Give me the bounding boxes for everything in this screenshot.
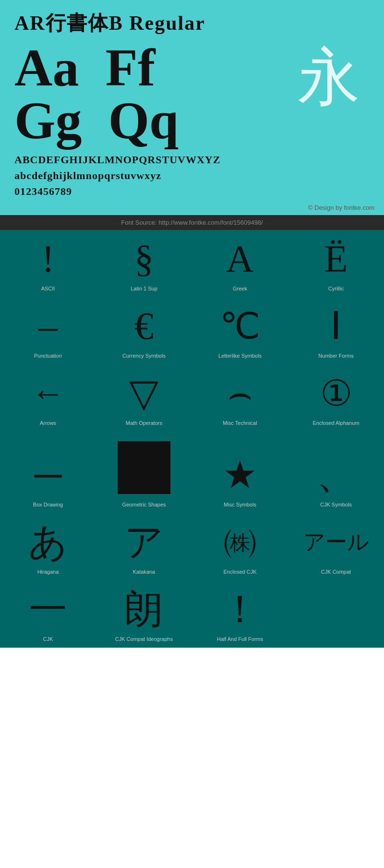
glyph-symbol: ①: [320, 369, 352, 417]
glyph-symbol: Α: [226, 235, 254, 283]
large-chars-row2: Gg Qq: [14, 94, 179, 147]
credit-section: © Design by fontke.com: [0, 202, 384, 215]
glyph-cell: §Latin 1 Sup: [96, 230, 192, 297]
glyph-symbol: 、: [317, 451, 355, 499]
glyph-cell: 一CJK: [0, 580, 96, 648]
glyph-symbol: アール: [303, 518, 369, 566]
glyph-cell: アKatakana: [96, 513, 192, 580]
source-bar: Font Source: http://www.fontke.com/font/…: [0, 215, 384, 230]
glyph-symbol: Ⅰ: [330, 302, 342, 350]
glyph-cell: ⅠNumber Forms: [288, 297, 384, 364]
glyph-cell: あHiragana: [0, 513, 96, 580]
glyph-cell: ⌢Misc Technical: [192, 364, 288, 432]
glyph-cell: ▽Math Operators: [96, 364, 192, 432]
glyph-cell: !ASCII: [0, 230, 96, 297]
glyph-label: Box Drawing: [33, 502, 63, 507]
glyph-symbol: ℃: [220, 302, 260, 350]
glyph-symbol: ㈱: [223, 518, 257, 566]
glyph-label: Currency Symbols: [122, 353, 166, 359]
large-chars: Aa Ff Gg Qq 永: [14, 41, 370, 147]
glyph-symbol: !: [42, 235, 55, 283]
glyph-symbol: –: [38, 302, 58, 350]
glyph-symbol: ⌢: [228, 369, 253, 417]
glyph-cell: ËCyrillic: [288, 230, 384, 297]
alphabet-section: ABCDEFGHIJKLMNOPQRSTUVWXYZ abcdefghijklm…: [0, 147, 384, 202]
large-chars-row1: Aa Ff: [14, 41, 179, 94]
alphabet-upper: ABCDEFGHIJKLMNOPQRSTUVWXYZ: [14, 152, 370, 168]
glyph-symbol: ─: [35, 451, 62, 499]
glyph-cell: €Currency Symbols: [96, 297, 192, 364]
glyph-grid: !ASCII§Latin 1 SupΑGreekËCyrillic–Punctu…: [0, 230, 384, 648]
glyph-label: Enclosed Alphanum: [312, 420, 359, 426]
glyph-symbol: 朗: [125, 585, 163, 633]
glyph-cell: ΑGreek: [192, 230, 288, 297]
glyph-cell: アールCJK Compat: [288, 513, 384, 580]
glyph-label: Punctuation: [34, 353, 62, 359]
glyph-symbol: §: [134, 235, 154, 283]
glyph-label: Half And Full Forms: [217, 636, 264, 642]
glyph-cell: ！Half And Full Forms: [192, 580, 288, 648]
glyph-label: Enclosed CJK: [223, 569, 256, 575]
glyph-label: Greek: [233, 286, 247, 291]
glyph-cell: ℃Letterlike Symbols: [192, 297, 288, 364]
kanji-watermark: 永: [298, 46, 360, 108]
glyph-label: CJK: [43, 636, 53, 642]
credit-text: © Design by fontke.com: [308, 204, 374, 211]
glyph-label: ASCII: [41, 286, 55, 291]
glyph-label: Latin 1 Sup: [131, 286, 157, 291]
glyph-symbol: 一: [29, 585, 67, 633]
glyph-cell: –Punctuation: [0, 297, 96, 364]
glyph-label: Katakana: [133, 569, 155, 575]
glyph-symbol: €: [134, 302, 154, 350]
large-latin-chars: Aa Ff Gg Qq: [14, 41, 179, 147]
glyph-symbol: ▽: [129, 369, 159, 417]
header-section: AR行書体B Regular Aa Ff Gg Qq 永: [0, 0, 384, 147]
glyph-symbol: Ë: [324, 235, 348, 283]
glyph-label: Math Operators: [126, 420, 162, 426]
glyph-label: Hiragana: [37, 569, 59, 575]
glyph-cell: [288, 580, 384, 648]
glyph-label: Cyrillic: [328, 286, 344, 291]
glyph-label: Letterlike Symbols: [218, 353, 262, 359]
glyph-symbol: ←: [31, 369, 65, 417]
digits: 0123456789: [14, 183, 370, 199]
glyph-cell: ①Enclosed Alphanum: [288, 364, 384, 432]
glyph-label: CJK Compat: [321, 569, 351, 575]
glyph-cell: 、CJK Symbols: [288, 432, 384, 513]
glyph-cell: ★Misc Symbols: [192, 432, 288, 513]
glyph-cell: ㈱Enclosed CJK: [192, 513, 288, 580]
alphabet-lower: abcdefghijklmnopqrstuvwxyz: [14, 168, 370, 183]
glyph-label: Number Forms: [318, 353, 353, 359]
glyph-label: CJK Symbols: [320, 502, 352, 507]
glyph-symbol: ★: [223, 451, 257, 499]
glyph-symbol: [118, 441, 170, 494]
glyph-symbol: ア: [124, 518, 164, 566]
glyph-label: Misc Technical: [223, 420, 257, 426]
glyphs-section: !ASCII§Latin 1 SupΑGreekËCyrillic–Punctu…: [0, 230, 384, 648]
glyph-cell: ←Arrows: [0, 364, 96, 432]
glyph-label: CJK Compat Ideographs: [115, 636, 173, 642]
glyph-cell: ─Box Drawing: [0, 432, 96, 513]
glyph-symbol: あ: [28, 518, 68, 566]
glyph-cell: 朗CJK Compat Ideographs: [96, 580, 192, 648]
source-text: Font Source: http://www.fontke.com/font/…: [121, 219, 263, 226]
font-title: AR行書体B Regular: [14, 10, 370, 36]
glyph-label: Misc Symbols: [224, 502, 256, 507]
glyph-symbol: ！: [221, 585, 259, 633]
glyph-label: Arrows: [40, 420, 56, 426]
glyph-label: Geometric Shapes: [122, 502, 166, 507]
glyph-cell: Geometric Shapes: [96, 432, 192, 513]
